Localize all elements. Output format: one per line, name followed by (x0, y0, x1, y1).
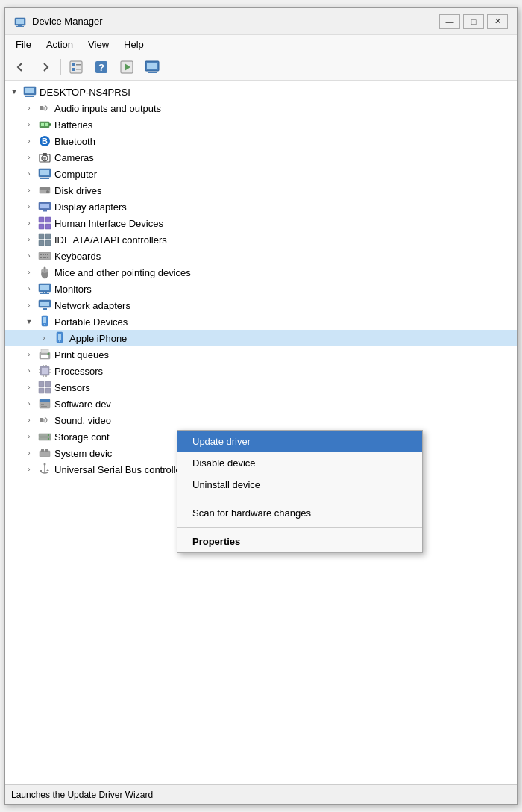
svg-rect-5 (72, 63, 75, 66)
device-manager-window: Device Manager — □ ✕ File Action View He… (4, 7, 518, 805)
svg-rect-22 (40, 122, 49, 128)
help-button[interactable]: ? (89, 57, 113, 78)
monitor-button[interactable] (140, 57, 164, 78)
tree-item-monitors[interactable]: › Monitors (5, 281, 517, 297)
tree-item-cameras[interactable]: › Cameras (5, 149, 517, 166)
svg-rect-70 (41, 310, 48, 310)
sensors-expand-icon[interactable]: › (23, 381, 35, 393)
mice-label: Mice and other pointing devices (54, 267, 191, 278)
tree-item-sound[interactable]: › Sound, video (5, 412, 517, 428)
tree-item-iphone[interactable]: › Apple iPhone (5, 330, 517, 346)
tree-item-processors[interactable]: › Processors (5, 363, 517, 379)
audio-expand-icon[interactable]: › (23, 102, 35, 114)
cameras-label: Cameras (54, 152, 94, 163)
back-icon (13, 60, 27, 74)
svg-rect-14 (147, 63, 157, 69)
tree-item-audio[interactable]: › Audio inputs and outputs (5, 100, 517, 116)
hid-icon (38, 216, 51, 230)
tree-item-sensors[interactable]: › Sensors (5, 379, 517, 396)
tree-item-mice[interactable]: › Mice and other pointing devices (5, 264, 517, 281)
tree-item-bluetooth[interactable]: › B Bluetooth (5, 133, 517, 149)
ctx-disable-device[interactable]: Disable device (177, 452, 422, 474)
ctx-properties[interactable]: Properties (177, 531, 422, 552)
tree-item-keyboards[interactable]: › Keyboards (5, 248, 517, 264)
svg-rect-6 (76, 64, 81, 66)
usb-icon (38, 463, 51, 476)
software-label: Software dev (54, 399, 111, 410)
software-expand-icon[interactable]: › (23, 398, 35, 410)
properties-icon (69, 60, 84, 75)
batteries-expand-icon[interactable]: › (23, 119, 35, 131)
svg-rect-92 (45, 381, 51, 387)
svg-rect-104 (40, 451, 50, 457)
tree-item-display[interactable]: › Display adapters (5, 199, 517, 215)
tree-root[interactable]: ▼ DESKTOP-NS4PRSI (5, 84, 517, 100)
bluetooth-icon: B (38, 134, 51, 148)
tree-item-portable[interactable]: ▼ Portable Devices (5, 313, 517, 330)
menu-view[interactable]: View (81, 37, 116, 52)
close-button[interactable]: ✕ (487, 14, 508, 29)
disk-expand-icon[interactable]: › (23, 184, 35, 196)
maximize-button[interactable]: □ (463, 14, 484, 29)
properties-button[interactable] (64, 57, 88, 78)
usb-expand-icon[interactable]: › (23, 463, 35, 475)
sound-expand-icon[interactable]: › (23, 414, 35, 426)
root-expand-icon[interactable]: ▼ (8, 86, 20, 98)
svg-rect-66 (40, 293, 49, 294)
bluetooth-expand-icon[interactable]: › (23, 135, 35, 147)
svg-rect-78 (41, 349, 48, 353)
tree-item-disk[interactable]: › Disk drives (5, 182, 517, 199)
menu-file[interactable]: File (8, 37, 39, 52)
tree-item-software[interactable]: › Software dev (5, 396, 517, 412)
svg-point-61 (44, 267, 46, 269)
keyboards-expand-icon[interactable]: › (23, 250, 35, 262)
tree-item-computer[interactable]: › Computer (5, 166, 517, 182)
storage-expand-icon[interactable]: › (23, 431, 35, 443)
run-button[interactable] (115, 57, 139, 78)
tree-item-ide[interactable]: › IDE ATA/ATAPI controllers (5, 231, 517, 248)
ctx-update-driver[interactable]: Update driver (177, 431, 422, 452)
svg-rect-93 (39, 388, 44, 393)
svg-rect-72 (43, 317, 46, 323)
back-button[interactable] (8, 57, 32, 78)
portable-expand-icon[interactable]: ▼ (23, 316, 35, 328)
system-expand-icon[interactable]: › (23, 447, 35, 459)
minimize-button[interactable]: — (439, 14, 460, 29)
svg-rect-49 (45, 240, 51, 246)
svg-rect-45 (45, 224, 51, 229)
display-expand-icon[interactable]: › (23, 201, 35, 213)
tree-item-batteries[interactable]: › Batteries (5, 116, 517, 133)
hid-expand-icon[interactable]: › (23, 217, 35, 229)
print-expand-icon[interactable]: › (23, 349, 35, 360)
menu-bar: File Action View Help (5, 35, 517, 54)
svg-rect-97 (41, 404, 44, 405)
device-tree: ▼ DESKTOP-NS4PRSI › (5, 81, 517, 481)
network-label: Network adapters (54, 300, 130, 311)
iphone-expand-icon[interactable]: › (38, 332, 50, 344)
portable-label: Portable Devices (54, 316, 128, 328)
ctx-scan-changes[interactable]: Scan for hardware changes (177, 502, 422, 524)
menu-action[interactable]: Action (39, 37, 81, 52)
title-buttons: — □ ✕ (439, 14, 508, 29)
monitors-expand-icon[interactable]: › (23, 283, 35, 295)
svg-rect-47 (45, 234, 51, 239)
tree-item-hid[interactable]: › Human Interface Devices (5, 215, 517, 231)
sound-label: Sound, video (54, 415, 111, 426)
svg-rect-35 (40, 178, 49, 179)
tree-item-print[interactable]: › Print queues (5, 346, 517, 363)
network-expand-icon[interactable]: › (23, 299, 35, 311)
mice-expand-icon[interactable]: › (23, 266, 35, 278)
svg-rect-56 (43, 257, 46, 258)
ctx-uninstall-device[interactable]: Uninstall device (177, 474, 422, 496)
forward-button[interactable] (34, 57, 57, 78)
processors-expand-icon[interactable]: › (23, 365, 35, 377)
forward-icon (39, 60, 52, 74)
sensors-label: Sensors (54, 382, 90, 393)
computer-expand-icon[interactable]: › (23, 168, 35, 180)
menu-help[interactable]: Help (116, 37, 151, 52)
svg-rect-33 (40, 170, 49, 175)
tree-item-network[interactable]: › Network adapters (5, 297, 517, 313)
cameras-expand-icon[interactable]: › (23, 152, 35, 163)
sound-icon (38, 413, 51, 427)
ide-expand-icon[interactable]: › (23, 234, 35, 246)
